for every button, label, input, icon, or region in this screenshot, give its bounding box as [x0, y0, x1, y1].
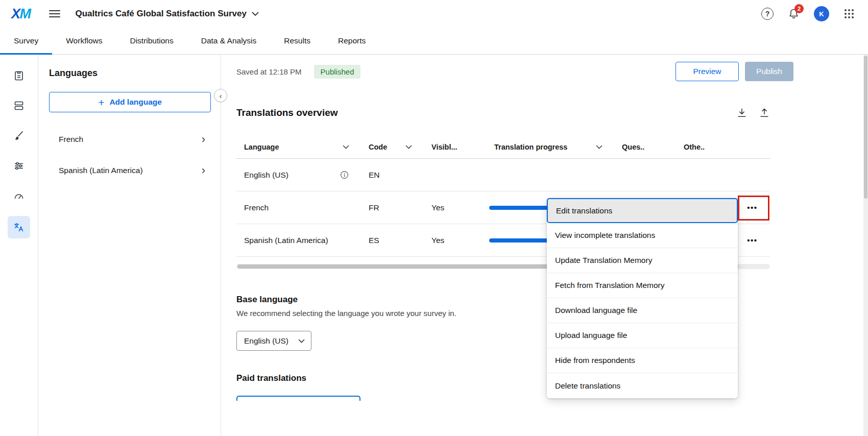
- code-cell: EN: [369, 171, 431, 180]
- code-cell: ES: [369, 236, 431, 245]
- rail-look-and-feel[interactable]: [8, 126, 30, 146]
- help-button[interactable]: ?: [761, 8, 774, 20]
- language-item-spanish[interactable]: Spanish (Latin America) ›: [38, 155, 221, 186]
- status-row: Saved at 12:18 PM Published Preview Publ…: [236, 62, 793, 81]
- sliders-icon: [13, 160, 25, 172]
- language-item-label: French: [59, 135, 83, 144]
- menu-item-hide-from-respondents[interactable]: Hide from respondents: [547, 348, 738, 373]
- column-header-code[interactable]: Code: [369, 143, 431, 151]
- published-badge: Published: [314, 65, 361, 79]
- language-item-french[interactable]: French ›: [38, 124, 221, 155]
- languages-panel-title: Languages: [49, 68, 221, 79]
- translations-overview-title: Translations overview: [236, 107, 338, 118]
- status-buttons: Preview Publish: [676, 62, 793, 81]
- menu-item-upload-language-file[interactable]: Upload language file: [547, 323, 738, 348]
- rail-survey-options[interactable]: [8, 156, 30, 176]
- rail-survey-builder[interactable]: [8, 65, 30, 86]
- menu-item-edit-translations[interactable]: Edit translations: [547, 198, 738, 223]
- blocks-icon: [13, 100, 25, 112]
- tab-data-analysis[interactable]: Data & Analysis: [187, 28, 271, 54]
- vertical-scrollbar-thumb[interactable]: [864, 56, 867, 199]
- vertical-scrollbar: [863, 55, 868, 436]
- notification-badge: 2: [794, 4, 804, 13]
- column-label: Language: [244, 143, 279, 151]
- rail-survey-flow[interactable]: [8, 95, 30, 116]
- notifications-button[interactable]: 2: [788, 8, 800, 20]
- menu-item-download-language-file[interactable]: Download language file: [547, 298, 738, 323]
- column-header-progress[interactable]: Translation progress: [489, 143, 622, 151]
- overview-actions: [736, 107, 770, 118]
- hamburger-menu-icon[interactable]: [49, 10, 60, 18]
- rail-quotas[interactable]: [8, 186, 30, 206]
- add-language-label: Add language: [109, 98, 161, 107]
- chevron-right-icon: ›: [202, 164, 205, 177]
- column-label: Code: [369, 143, 387, 151]
- tab-label: Data & Analysis: [201, 36, 257, 45]
- paintbrush-icon: [13, 130, 25, 142]
- tab-survey[interactable]: Survey: [0, 28, 52, 54]
- column-label: Translation progress: [494, 143, 567, 151]
- row-actions-ellipsis-spanish[interactable]: •••: [735, 236, 770, 245]
- actions-cell: •••: [735, 203, 770, 212]
- avatar[interactable]: K: [814, 6, 829, 21]
- base-language-select[interactable]: English (US): [236, 331, 311, 351]
- visible-cell: Yes: [431, 236, 489, 245]
- visible-cell: Yes: [431, 203, 489, 212]
- rail-translations[interactable]: [8, 216, 30, 238]
- tab-distributions[interactable]: Distributions: [116, 28, 187, 54]
- preview-button[interactable]: Preview: [676, 62, 739, 81]
- column-header-language[interactable]: Language: [236, 143, 369, 151]
- language-name: Spanish (Latin America): [244, 236, 328, 245]
- tab-results[interactable]: Results: [270, 28, 324, 54]
- row-actions-context-menu: Edit translations View incomplete transl…: [547, 198, 738, 398]
- menu-item-delete-translations[interactable]: Delete translations: [547, 373, 738, 398]
- column-header-other: Othe..: [684, 143, 735, 151]
- language-cell: English (US): [236, 170, 369, 180]
- column-header-questions: Ques..: [622, 143, 684, 151]
- tab-label: Results: [284, 36, 310, 45]
- sort-chevron-icon: [343, 145, 349, 149]
- column-label: Visibl...: [431, 143, 457, 151]
- apps-menu-button[interactable]: [843, 8, 855, 19]
- upload-icon: [759, 107, 770, 118]
- row-actions-ellipsis-french[interactable]: •••: [735, 203, 770, 212]
- apps-grid-icon: [843, 8, 855, 19]
- survey-title-dropdown[interactable]: Qualtrics Café Global Satisfaction Surve…: [76, 9, 259, 19]
- chevron-down-icon: [298, 339, 305, 343]
- tab-workflows[interactable]: Workflows: [52, 28, 116, 54]
- code-cell: FR: [369, 203, 431, 212]
- add-language-button[interactable]: + Add language: [49, 92, 211, 112]
- column-label: Ques..: [622, 143, 644, 151]
- upload-translations-button[interactable]: [759, 107, 770, 118]
- info-button[interactable]: [340, 170, 349, 180]
- translate-icon: [13, 221, 25, 233]
- xm-logo[interactable]: XM: [11, 6, 31, 22]
- language-item-label: Spanish (Latin America): [59, 166, 143, 175]
- languages-panel: Languages + Add language French › Spanis…: [38, 55, 221, 436]
- base-language-selected-value: English (US): [244, 336, 288, 346]
- table-row-english: English (US) EN: [236, 159, 770, 191]
- chevron-down-icon: [252, 12, 259, 16]
- help-icon: ?: [761, 8, 774, 20]
- sort-chevron-icon: [405, 145, 412, 149]
- column-header-visible: Visibl...: [431, 143, 489, 151]
- download-translations-button[interactable]: [736, 107, 748, 118]
- tab-label: Reports: [338, 36, 366, 45]
- language-name: French: [244, 203, 269, 212]
- survey-title: Qualtrics Café Global Satisfaction Surve…: [76, 9, 247, 19]
- tab-label: Survey: [14, 36, 38, 45]
- publish-button[interactable]: Publish: [745, 62, 793, 81]
- translations-overview-header: Translations overview: [236, 106, 770, 120]
- menu-item-fetch-from-translation-memory[interactable]: Fetch from Translation Memory: [547, 273, 738, 298]
- collapse-panel-button[interactable]: ‹: [214, 89, 227, 102]
- plus-icon: +: [98, 97, 104, 108]
- info-icon: [340, 170, 349, 180]
- language-cell: French: [236, 203, 369, 212]
- menu-item-update-translation-memory[interactable]: Update Translation Memory: [547, 248, 738, 273]
- menu-item-view-incomplete-translations[interactable]: View incomplete translations: [547, 223, 738, 248]
- tab-reports[interactable]: Reports: [324, 28, 379, 54]
- main-content: Saved at 12:18 PM Published Preview Publ…: [221, 55, 868, 436]
- logo-x: X: [11, 6, 20, 21]
- paid-translations-cta-partial[interactable]: [236, 396, 360, 401]
- left-icon-rail: [0, 55, 38, 436]
